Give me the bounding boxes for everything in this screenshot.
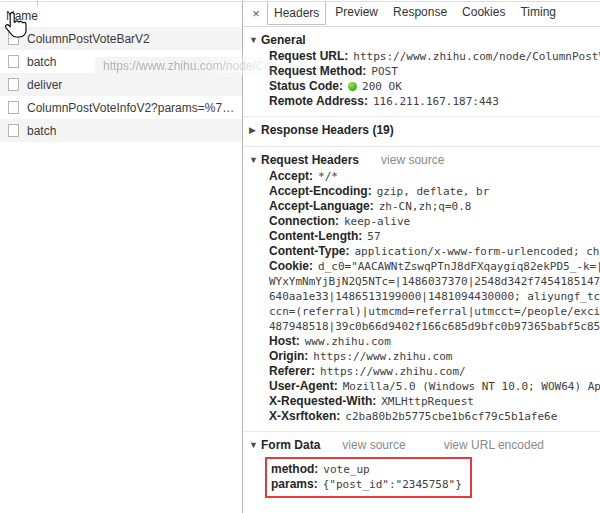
header-value: gzip, deflate, br [377,185,490,198]
table-row[interactable]: batch [0,119,242,142]
triangle-down-icon: ▼ [249,152,261,169]
request-header-entries: Accept:*/* Accept-Encoding:gzip, deflate… [243,169,600,424]
header-line: X-Requested-With:XMLHttpRequest [269,394,600,409]
request-details-panel: × Headers Preview Response Cookies Timin… [242,0,600,513]
general-entries: Request URL:https://www.zhihu.com/node/C… [243,49,600,109]
section-title-text: General [261,32,306,49]
section-response-headers-title[interactable]: ▶ Response Headers (19) [243,122,600,139]
header-line: WYxYmNmYjBjN2Q5NTc=|1486037370|2548d342f… [269,274,600,289]
triangle-down-icon: ▼ [249,437,261,454]
header-value: Mozilla/5.0 (Windows NT 10.0; WOW64) App… [343,380,600,393]
section-response-headers: ▶ Response Headers (19) [243,117,600,147]
request-name-label: deliver [27,78,62,92]
tab[interactable]: Response [387,1,453,25]
header-value: */* [318,170,338,183]
header-value: keep-alive [344,215,410,228]
header-key: Accept: [269,169,313,183]
request-name-label: batch [27,124,56,138]
form-value: vote_up [323,463,369,476]
network-request-list-panel: Name ColumnPostVoteBarV2 batch deliver C… [0,0,242,513]
header-line: Content-Length:57 [269,229,600,244]
triangle-right-icon: ▶ [249,122,261,139]
header-line: Host:www.zhihu.com [269,334,600,349]
status-green-dot-icon [348,82,357,91]
header-value: application/x-www-form-urlencoded; chars… [354,245,600,258]
header-key: Status Code: [269,79,343,93]
view-source-link[interactable]: view source [381,152,444,169]
header-value: 487948518|39c0b66d9402f166c685d9bfc0b973… [269,320,600,333]
header-line: Status Code:200 OK [269,79,600,94]
header-line: Accept-Language:zh-CN,zh;q=0.8 [269,199,600,214]
section-general: ▼ General Request URL:https://www.zhihu.… [243,27,600,117]
section-form-data-title[interactable]: ▼ Form Data view source view URL encoded [243,437,600,454]
header-value: www.zhihu.com [305,335,391,348]
header-value: 116.211.167.187:443 [373,95,499,108]
tabs: Headers Preview Response Cookies Timing [267,1,565,25]
url-tooltip: https://www.zhihu.com/node/ColumnPostVot… [95,57,285,76]
header-line: 487948518|39c0b66d9402f166c685d9bfc0b973… [269,319,600,334]
header-key: Referer: [269,364,315,378]
form-value: {"post_id":"2345758"} [323,478,462,491]
header-line: ccn=(referral)|utmcmd=referral|utmcct=/p… [269,304,600,319]
request-name-label: ColumnPostVoteInfoV2?params=%7B%2... [27,101,242,115]
request-rows: ColumnPostVoteBarV2 batch deliver Column… [0,27,242,142]
header-value: https://www.zhihu.com [313,350,452,363]
header-key: Host: [269,334,300,348]
request-name-label: batch [27,55,56,69]
header-key: Connection: [269,214,339,228]
tab[interactable]: Headers [267,1,326,25]
header-key: Accept-Encoding: [269,184,372,198]
request-name-label: ColumnPostVoteBarV2 [27,32,150,46]
form-data-entries: method:vote_up params:{"post_id":"234575… [271,462,462,492]
close-icon[interactable]: × [248,6,264,21]
table-row[interactable]: ColumnPostVoteBarV2 [0,27,242,50]
header-value: d_c0="AACAWNtZswqPTnJ8dFXqaygiq82ekPD5_-… [318,260,600,273]
header-value: c2ba80b2b5775cbe1b6cf79c5b1afe6e [345,410,557,423]
section-form-data: ▼ Form Data view source view URL encoded… [243,432,600,505]
header-key: Content-Type: [269,244,349,258]
document-icon [8,124,19,137]
table-row[interactable]: ColumnPostVoteInfoV2?params=%7B%2... [0,96,242,119]
header-key: User-Agent: [269,379,338,393]
hand-cursor-icon [4,11,27,39]
header-value: 640aa1e33|1486513199000|1481094430000; a… [269,290,600,303]
section-title-text: Form Data [261,437,320,454]
header-key: Cookie: [269,259,313,273]
view-url-encoded-link[interactable]: view URL encoded [444,437,544,454]
tab[interactable]: Timing [514,1,562,25]
section-general-title[interactable]: ▼ General [243,32,600,49]
header-line: 640aa1e33|1486513199000|1481094430000; a… [269,289,600,304]
header-value: https://www.zhihu.com/node/ColumnPostVot… [353,50,600,63]
form-key: method: [271,462,318,476]
header-key: Content-Length: [269,229,362,243]
header-key: Accept-Language: [269,199,374,213]
header-line: User-Agent:Mozilla/5.0 (Windows NT 10.0;… [269,379,600,394]
header-line: Referer:https://www.zhihu.com/ [269,364,600,379]
form-data-line: params:{"post_id":"2345758"} [271,477,462,492]
header-value: ccn=(referral)|utmcmd=referral|utmcct=/p… [269,305,600,318]
header-line: Content-Type:application/x-www-form-urle… [269,244,600,259]
form-key: params: [271,477,318,491]
document-icon [8,55,19,68]
table-row[interactable]: deliver [0,73,242,96]
document-icon [8,78,19,91]
header-line: Accept-Encoding:gzip, deflate, br [269,184,600,199]
section-request-headers-title[interactable]: ▼ Request Headers view source [243,152,600,169]
document-icon [8,101,19,114]
red-annotation-box: method:vote_up params:{"post_id":"234575… [265,457,472,498]
header-key: Origin: [269,349,308,363]
header-line: Origin:https://www.zhihu.com [269,349,600,364]
tab[interactable]: Preview [329,1,384,25]
header-line: X-Xsrftoken:c2ba80b2b5775cbe1b6cf79c5b1a… [269,409,600,424]
header-key: Remote Address: [269,94,368,108]
triangle-down-icon: ▼ [249,32,261,49]
header-line: Cookie:d_c0="AACAWNtZswqPTnJ8dFXqaygiq82… [269,259,600,274]
header-line: Request URL:https://www.zhihu.com/node/C… [269,49,600,64]
view-source-link[interactable]: view source [342,437,405,454]
form-data-line: method:vote_up [271,462,462,477]
header-value: POST [371,65,398,78]
header-value: https://www.zhihu.com/ [320,365,466,378]
top-divider-tick [37,0,38,6]
tab[interactable]: Cookies [456,1,511,25]
section-title-text: Response Headers (19) [261,122,394,139]
